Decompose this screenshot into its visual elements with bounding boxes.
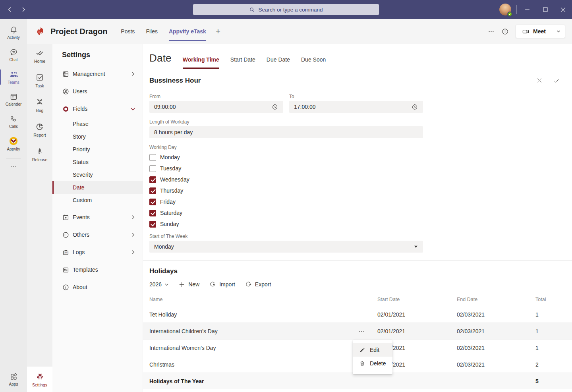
day-checkbox-saturday[interactable]: Saturday <box>149 207 572 218</box>
fields-icon <box>62 105 70 113</box>
checkbox[interactable] <box>149 165 156 172</box>
day-label: Wednesday <box>160 176 189 183</box>
sidebar-item-calendar[interactable]: Calender <box>0 88 27 110</box>
holiday-end-date: 02/03/2021 <box>457 328 535 334</box>
sidebar-item-chat[interactable]: Chat <box>0 44 27 66</box>
sidebar-item-phase[interactable]: Phase <box>52 118 143 130</box>
nav-item-report[interactable]: Report <box>27 118 52 142</box>
row-context-menu: Edit Delete <box>353 340 392 374</box>
forward-icon[interactable] <box>19 5 28 14</box>
meet-button[interactable]: Meet <box>516 25 552 38</box>
templates-icon <box>62 266 70 274</box>
checkbox[interactable] <box>149 187 156 194</box>
more-apps-icon[interactable] <box>0 160 27 174</box>
teams-titlebar: Search or type a command <box>0 0 572 19</box>
sidebar-item-status[interactable]: Status <box>52 156 143 168</box>
sidebar-item-priority[interactable]: Priority <box>52 143 143 156</box>
back-icon[interactable] <box>6 5 14 14</box>
day-checkbox-tuesday[interactable]: Tuesday <box>149 163 572 174</box>
info-icon[interactable] <box>501 28 509 35</box>
maximize-button[interactable] <box>536 0 554 19</box>
new-holiday-button[interactable]: New <box>178 281 199 288</box>
tab-due-soon[interactable]: Due Soon <box>301 56 326 69</box>
day-checkbox-wednesday[interactable]: Wednesday <box>149 174 572 185</box>
from-time-field[interactable]: 09:00:00 <box>149 101 283 113</box>
sidebar-item-users[interactable]: Users <box>52 83 143 100</box>
sidebar-item-label: Calls <box>9 124 18 129</box>
checkbox[interactable] <box>149 154 156 161</box>
day-checkbox-sunday[interactable]: Sunday <box>149 218 572 230</box>
sidebar-item-calls[interactable]: Calls <box>0 110 27 133</box>
workday-length-field[interactable]: 8 hours per day <box>149 126 423 138</box>
page-title: Date <box>149 52 172 64</box>
holidays-table-header: Name Start Date End Date Total <box>143 293 572 306</box>
chevron-down-icon <box>130 106 135 112</box>
sidebar-item-management[interactable]: Management <box>52 65 143 83</box>
avatar[interactable] <box>499 4 511 15</box>
week-start-value: Monday <box>154 243 174 250</box>
sidebar-item-date[interactable]: Date <box>52 181 143 194</box>
sidebar-item-others[interactable]: Others <box>52 226 143 243</box>
menu-item-edit[interactable]: Edit <box>353 343 392 357</box>
working-day-group: Monday Tuesday Wednesday Thursday <box>149 152 572 230</box>
sidebar-item-activity[interactable]: Activity <box>0 21 27 44</box>
to-time-field[interactable]: 17:00:00 <box>289 101 423 113</box>
table-row[interactable]: International Children’s Day 02/01/2021 … <box>143 323 572 340</box>
tab-start-date[interactable]: Start Date <box>230 56 255 69</box>
checkbox[interactable] <box>149 210 156 216</box>
search-input[interactable]: Search or type a command <box>193 4 379 15</box>
import-button[interactable]: Import <box>209 281 235 288</box>
search-placeholder: Search or type a command <box>258 7 323 13</box>
menu-item-label: Edit <box>370 347 379 353</box>
tab-appvity-etask[interactable]: Appvity eTask <box>169 19 206 44</box>
day-checkbox-thursday[interactable]: Thursday <box>149 185 572 196</box>
report-pie-icon <box>35 122 44 131</box>
nav-item-home[interactable]: Home <box>27 44 52 68</box>
close-button[interactable] <box>554 0 572 19</box>
sidebar-item-templates[interactable]: Templates <box>52 261 143 278</box>
more-options-icon[interactable] <box>488 28 495 35</box>
export-button[interactable]: Export <box>245 281 271 288</box>
week-start-dropdown[interactable]: Monday <box>149 241 423 253</box>
cancel-icon[interactable] <box>536 77 543 84</box>
table-row[interactable]: Tet Holiday 02/01/2021 02/03/2021 1 <box>143 306 572 323</box>
clock-icon[interactable] <box>271 103 278 110</box>
checkbox[interactable] <box>149 199 156 205</box>
column-header-name: Name <box>149 297 377 302</box>
sidebar-item-about[interactable]: About <box>52 278 143 296</box>
tab-posts[interactable]: Posts <box>121 19 135 44</box>
nav-item-settings[interactable]: Settings <box>27 367 52 392</box>
nav-item-bug[interactable]: Bug <box>27 93 52 118</box>
tab-due-date[interactable]: Due Date <box>267 56 290 69</box>
chat-icon <box>10 48 18 56</box>
meet-dropdown-button[interactable] <box>552 25 565 38</box>
day-checkbox-monday[interactable]: Monday <box>149 152 572 163</box>
save-check-icon[interactable] <box>553 77 560 84</box>
checkbox[interactable] <box>149 221 156 228</box>
sidebar-item-events[interactable]: Events <box>52 209 143 226</box>
sidebar-item-apps[interactable]: Apps <box>0 368 27 390</box>
nav-item-task[interactable]: Task <box>27 68 52 93</box>
sidebar-item-teams[interactable]: Teams <box>0 66 27 88</box>
sidebar-item-custom[interactable]: Custom <box>52 194 143 207</box>
tab-files[interactable]: Files <box>146 19 158 44</box>
tab-working-time[interactable]: Working Time <box>183 56 219 69</box>
checkbox[interactable] <box>149 176 156 183</box>
year-dropdown[interactable]: 2026 <box>149 281 169 288</box>
minimize-button[interactable] <box>518 0 536 19</box>
menu-item-delete[interactable]: Delete <box>353 357 392 370</box>
day-checkbox-friday[interactable]: Friday <box>149 196 572 207</box>
nav-item-label: Settings <box>32 382 47 387</box>
sidebar-item-severity[interactable]: Severity <box>52 168 143 181</box>
nav-item-label: Bug <box>36 108 44 113</box>
sidebar-item-story[interactable]: Story <box>52 130 143 143</box>
sidebar-item-fields[interactable]: Fields <box>52 100 143 118</box>
clock-icon[interactable] <box>411 103 418 110</box>
bug-icon <box>35 98 44 106</box>
nav-item-release[interactable]: Release <box>27 142 52 167</box>
row-more-icon[interactable] <box>358 328 365 334</box>
sidebar-item-appvity[interactable]: Appvity <box>0 133 27 155</box>
teams-left-rail: Activity Chat Teams Calender Calls <box>0 19 27 392</box>
add-tab-button[interactable]: + <box>216 27 220 36</box>
sidebar-item-logs[interactable]: LOG Logs <box>52 243 143 261</box>
